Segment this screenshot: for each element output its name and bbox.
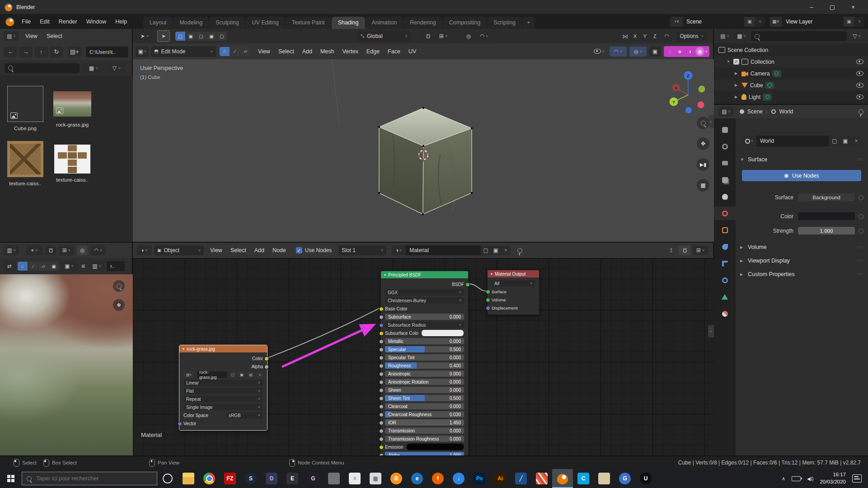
- edge-mode-button[interactable]: ∕: [230, 47, 240, 56]
- transmission-socket[interactable]: [379, 429, 384, 433]
- ior-socket[interactable]: [379, 421, 384, 425]
- viewport-menu-view[interactable]: View: [254, 47, 274, 56]
- display-mode-dropdown[interactable]: ▦˅: [83, 63, 104, 73]
- image-browse-icon[interactable]: ▥˅: [183, 371, 194, 378]
- principled-bsdf-node[interactable]: ▾Principled BSDFBSDFGGX˅Christensen-Burl…: [380, 271, 469, 455]
- view-layer-name-field[interactable]: View Layer: [782, 17, 844, 27]
- bsdf-row-anisotropic[interactable]: Anisotropic0.000: [381, 370, 468, 378]
- wireframe-shading-button[interactable]: ◌: [666, 47, 675, 56]
- shader-editor-type-icon[interactable]: ◑˅: [136, 245, 152, 255]
- subsurface-radius-socket[interactable]: [379, 323, 384, 328]
- workspace-tab-uv-editing[interactable]: UV Editing: [246, 17, 285, 29]
- maximize-button[interactable]: ▢: [822, 0, 843, 14]
- taskbar-icon-discord-app[interactable]: D: [261, 469, 282, 488]
- image-name-field[interactable]: rock-grass.jpg: [197, 371, 227, 378]
- image-browse-dropdown[interactable]: ▥˅: [89, 261, 104, 271]
- sheen-socket[interactable]: [379, 388, 384, 393]
- file-filter-dropdown[interactable]: ▽˅: [108, 63, 126, 73]
- taskbar-icon-cinema-c[interactable]: C: [573, 469, 594, 488]
- taskbar-icon-steam[interactable]: S: [240, 469, 261, 488]
- options-dropdown[interactable]: Options˅: [676, 31, 707, 41]
- section-viewport-display[interactable]: ▶Viewport Display: [740, 258, 790, 264]
- bsdf-row-sheen-tint[interactable]: Sheen Tint0.500: [381, 394, 468, 402]
- snap-toggle-button[interactable]: Ω: [422, 31, 434, 42]
- shader-menu-node[interactable]: Node: [268, 245, 290, 255]
- world-browse-icon[interactable]: ˅: [742, 136, 756, 146]
- blender-menu-icon[interactable]: [5, 17, 14, 26]
- uv-vertex-select-button[interactable]: ∴: [18, 262, 28, 271]
- properties-tab-physics[interactable]: [714, 273, 736, 287]
- dropdown-repeat[interactable]: Repeat˅: [183, 396, 263, 402]
- prop-value-strength[interactable]: 1.000: [798, 227, 855, 235]
- uv-edge-select-button[interactable]: ∕: [28, 262, 38, 271]
- outliner-row-camera[interactable]: ▶Camera: [714, 68, 868, 79]
- dropdown-single-image[interactable]: Single Image˅: [183, 404, 263, 410]
- uv-face-select-button[interactable]: ▱: [38, 262, 48, 271]
- workspace-tab-rendering[interactable]: Rendering: [404, 17, 442, 29]
- copy-icon[interactable]: ▣: [239, 371, 245, 378]
- file-item[interactable]: texture-caiss..: [51, 141, 94, 183]
- taskbar-icon-firefox[interactable]: f: [427, 469, 448, 488]
- hide-eye-icon[interactable]: [856, 59, 863, 64]
- menu-edit[interactable]: Edit: [35, 17, 54, 27]
- editor-type-icon[interactable]: ▣˅: [136, 46, 149, 57]
- menu-file[interactable]: File: [17, 17, 35, 27]
- snap-toggle-button[interactable]: Ω: [45, 245, 56, 255]
- image-name-field[interactable]: r..: [107, 261, 125, 271]
- emission-socket[interactable]: [379, 445, 384, 450]
- expander-icon[interactable]: ▶: [735, 95, 739, 99]
- outliner-search-input[interactable]: [751, 31, 847, 41]
- pan-hand-icon[interactable]: ✥: [697, 137, 709, 150]
- image-editor-canvas[interactable]: ✥: [0, 274, 134, 455]
- file-browser-menu-select[interactable]: Select: [42, 31, 67, 41]
- close-button[interactable]: ×: [843, 0, 863, 14]
- material-output-node[interactable]: ▾Material OutputAll˅SurfaceVolumeDisplac…: [487, 270, 540, 315]
- refresh-button[interactable]: ↻: [50, 47, 63, 57]
- properties-tab-render[interactable]: [714, 140, 736, 153]
- volume-icon[interactable]: ◀)): [807, 476, 813, 481]
- section-custom-properties[interactable]: ▶Custom Properties: [740, 271, 795, 277]
- properties-tab-scene[interactable]: [714, 190, 736, 203]
- pin-icon[interactable]: [517, 248, 522, 253]
- sticky-select-dropdown[interactable]: ▣˅: [61, 261, 77, 271]
- taskbar-icon-file-explorer[interactable]: [178, 469, 199, 488]
- file-browser-type-icon[interactable]: ▤˅: [4, 31, 19, 41]
- taskbar-icon-illustrator[interactable]: Ai: [490, 469, 511, 488]
- color-space-dropdown[interactable]: sRGB˅: [226, 412, 263, 418]
- bsdf-row-subsurface[interactable]: Subsurface0.000: [381, 313, 468, 321]
- bsdf-row-anisotropic-rotation[interactable]: Anisotropic Rotation0.000: [381, 378, 468, 386]
- breadcrumb-world[interactable]: World: [779, 108, 793, 115]
- mode-dropdown[interactable]: ⬒Edit Mode˅: [151, 46, 216, 57]
- navigation-gizmo[interactable]: Z X Y: [670, 71, 705, 114]
- cortana-button[interactable]: [157, 469, 178, 488]
- viewport-canvas[interactable]: User Perspective (1) Cube: [133, 59, 715, 242]
- value-slider[interactable]: Transmission Roughness0.000: [385, 436, 464, 442]
- use-nodes-button[interactable]: ▣ Use Nodes: [742, 170, 861, 181]
- value-slider[interactable]: Alpha1.000: [385, 452, 464, 455]
- file-browser-menu-view[interactable]: View: [21, 31, 42, 41]
- shader-type-dropdown[interactable]: ▣Object˅: [154, 245, 204, 255]
- select-subtract-button[interactable]: ▢: [196, 32, 206, 41]
- file-path-field[interactable]: C:\Users\t..: [86, 47, 128, 57]
- value-slider[interactable]: Anisotropic0.000: [385, 371, 464, 377]
- zoom-in-icon[interactable]: [113, 280, 125, 292]
- viewport-menu-edge[interactable]: Edge: [362, 47, 384, 56]
- scene-name-field[interactable]: Scene: [683, 17, 744, 27]
- workspace-tab-animation[interactable]: Animation: [366, 17, 404, 29]
- base-color-socket[interactable]: [379, 307, 384, 311]
- bsdf-row-roughness[interactable]: Roughness0.400: [381, 361, 468, 370]
- outliner-filter-button[interactable]: ▽˅: [849, 31, 864, 41]
- bsdf-row-ggx[interactable]: GGX˅: [381, 288, 468, 296]
- node-snap-target-dropdown[interactable]: ⊞˅: [692, 245, 708, 255]
- up-button[interactable]: ↑: [34, 47, 48, 57]
- value-slider[interactable]: Sheen0.000: [385, 387, 464, 393]
- proportional-falloff-dropdown[interactable]: ◠˅: [90, 245, 106, 255]
- snap-target-dropdown[interactable]: ⊞˅: [435, 31, 452, 42]
- fake-user-shield-icon[interactable]: ▢: [481, 245, 491, 255]
- prop-value-color[interactable]: [798, 212, 855, 220]
- taskbar-icon-gog[interactable]: G: [303, 469, 324, 488]
- properties-tab-material[interactable]: [714, 307, 736, 320]
- taskbar-icon-filezilla[interactable]: FZ: [220, 469, 240, 488]
- pin-icon[interactable]: [859, 109, 863, 114]
- taskbar-icon-affinity[interactable]: [531, 469, 552, 488]
